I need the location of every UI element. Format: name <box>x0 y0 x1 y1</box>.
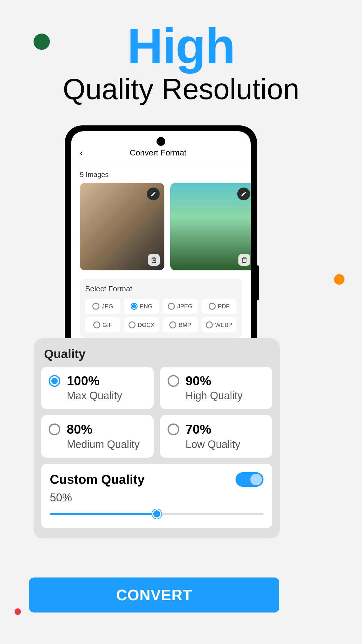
radio-icon <box>169 321 176 328</box>
format-option-bmp[interactable]: BMP <box>163 317 198 332</box>
format-label: WEBP <box>215 322 232 328</box>
radio-icon <box>92 303 99 310</box>
format-label: JPEG <box>177 303 192 310</box>
format-panel: Select Format JPGPNGJPEGPDFGIFDOCXBMPWEB… <box>80 279 242 338</box>
image-thumbnail[interactable] <box>80 183 164 270</box>
radio-icon <box>168 375 179 387</box>
format-label: JPG <box>102 303 113 310</box>
custom-quality-value: 50% <box>50 491 263 504</box>
quality-label: Low Quality <box>186 438 265 451</box>
custom-quality-title: Custom Quality <box>50 472 145 487</box>
quality-option[interactable]: 90%High Quality <box>160 367 273 409</box>
format-label: PDF <box>218 303 230 310</box>
radio-icon <box>168 303 175 310</box>
format-option-jpeg[interactable]: JPEG <box>163 299 198 314</box>
image-thumbnails-row <box>71 183 251 270</box>
format-option-png[interactable]: PNG <box>124 299 159 314</box>
phone-frame: ‹ Convert Format 5 Images <box>65 125 257 341</box>
edit-icon[interactable] <box>237 188 250 200</box>
radio-icon <box>209 303 216 310</box>
quality-option[interactable]: 80%Medium Quality <box>41 415 154 457</box>
quality-option[interactable]: 70%Low Quality <box>160 415 273 457</box>
format-option-docx[interactable]: DOCX <box>124 317 159 332</box>
radio-icon <box>49 424 60 435</box>
format-label: PNG <box>140 303 152 310</box>
phone-screen: ‹ Convert Format 5 Images <box>71 131 251 341</box>
app-header: ‹ Convert Format <box>71 131 251 164</box>
convert-button[interactable]: CONVERT <box>29 578 279 612</box>
radio-icon <box>206 321 213 328</box>
format-label: DOCX <box>138 322 155 328</box>
quality-panel: Quality 100%Max Quality90%High Quality80… <box>34 338 280 538</box>
phone-camera-notch <box>157 137 165 146</box>
format-option-webp[interactable]: WEBP <box>201 317 237 332</box>
screen-title: Convert Format <box>74 148 242 158</box>
decorative-dot-orange <box>334 274 345 285</box>
format-label: BMP <box>179 322 191 328</box>
format-option-jpg[interactable]: JPG <box>85 299 120 314</box>
format-options-grid: JPGPNGJPEGPDFGIFDOCXBMPWEBP <box>85 299 237 332</box>
image-thumbnail[interactable] <box>170 183 251 270</box>
radio-icon <box>131 303 138 310</box>
slider-fill <box>50 513 157 515</box>
phone-side-button <box>257 265 259 300</box>
toggle-thumb <box>250 474 262 485</box>
image-count-label: 5 Images <box>71 164 251 183</box>
radio-icon <box>129 321 136 328</box>
format-section-title: Select Format <box>85 284 237 293</box>
quality-percent: 80% <box>67 422 146 436</box>
radio-icon <box>168 424 179 435</box>
format-option-gif[interactable]: GIF <box>85 317 120 332</box>
quality-section-title: Quality <box>41 347 272 361</box>
format-option-pdf[interactable]: PDF <box>201 299 237 314</box>
quality-option[interactable]: 100%Max Quality <box>41 367 154 409</box>
radio-icon <box>49 375 60 387</box>
quality-label: Max Quality <box>67 390 146 402</box>
delete-icon[interactable] <box>148 254 160 266</box>
quality-options-grid: 100%Max Quality90%High Quality80%Medium … <box>41 367 272 458</box>
quality-percent: 90% <box>186 374 265 388</box>
quality-label: Medium Quality <box>67 438 146 451</box>
quality-slider[interactable] <box>50 509 263 518</box>
quality-label: High Quality <box>186 390 265 402</box>
quality-percent: 70% <box>186 422 265 436</box>
edit-icon[interactable] <box>147 188 160 200</box>
custom-quality-toggle[interactable] <box>236 472 263 487</box>
delete-icon[interactable] <box>238 254 250 266</box>
hero-title-high: High <box>0 18 362 75</box>
slider-thumb[interactable] <box>152 509 161 519</box>
quality-percent: 100% <box>67 374 146 388</box>
custom-quality-card: Custom Quality 50% <box>41 464 272 528</box>
radio-icon <box>93 321 100 328</box>
hero-subtitle: Quality Resolution <box>0 72 362 106</box>
decorative-dot-red <box>15 608 21 615</box>
format-label: GIF <box>103 322 112 328</box>
